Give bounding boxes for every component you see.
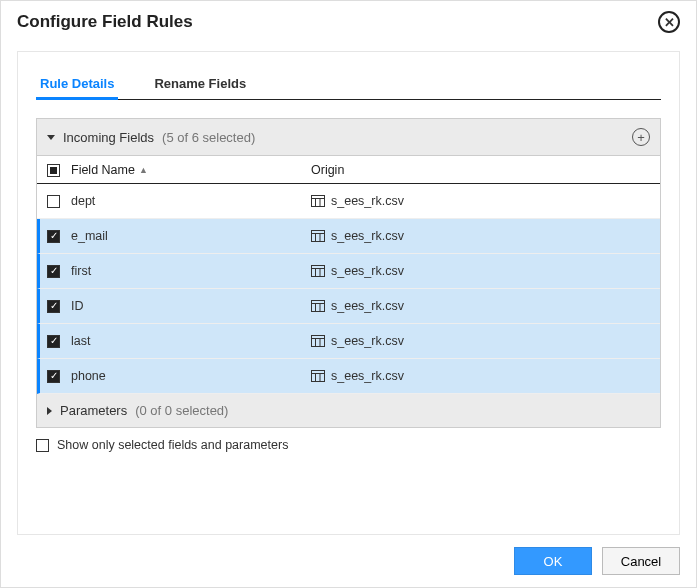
tab-rename-fields[interactable]: Rename Fields (150, 70, 250, 99)
row-checkbox-cell: ✓ (47, 265, 71, 278)
show-only-selected-label: Show only selected fields and parameters (57, 438, 288, 452)
close-icon: ✕ (664, 16, 675, 29)
field-name-cell: phone (71, 369, 311, 383)
origin-cell: s_ees_rk.csv (311, 369, 650, 383)
row-checkbox[interactable]: ✓ (47, 230, 60, 243)
table-row[interactable]: depts_ees_rk.csv (37, 184, 660, 219)
dialog-body: Rule Details Rename Fields Incoming Fiel… (1, 43, 696, 535)
origin-text: s_ees_rk.csv (331, 194, 404, 208)
row-checkbox[interactable]: ✓ (47, 265, 60, 278)
collapse-icon (47, 135, 55, 140)
dialog-header: Configure Field Rules ✕ (1, 1, 696, 43)
origin-text: s_ees_rk.csv (331, 229, 404, 243)
tab-rule-details[interactable]: Rule Details (36, 70, 118, 99)
cancel-button[interactable]: Cancel (602, 547, 680, 575)
table-icon (311, 230, 325, 242)
field-name-cell: e_mail (71, 229, 311, 243)
svg-rect-0 (312, 196, 325, 207)
origin-text: s_ees_rk.csv (331, 369, 404, 383)
add-field-rule-button[interactable]: + (632, 128, 650, 146)
incoming-fields-header[interactable]: Incoming Fields (5 of 6 selected) + (36, 118, 661, 156)
table-row[interactable]: ✓e_mails_ees_rk.csv (37, 219, 660, 254)
field-name-cell: dept (71, 194, 311, 208)
origin-text: s_ees_rk.csv (331, 299, 404, 313)
origin-text: s_ees_rk.csv (331, 334, 404, 348)
close-button[interactable]: ✕ (658, 11, 680, 33)
dialog-footer: OK Cancel (1, 535, 696, 587)
svg-rect-12 (312, 301, 325, 312)
row-checkbox[interactable] (47, 195, 60, 208)
row-checkbox-cell: ✓ (47, 300, 71, 313)
svg-rect-16 (312, 336, 325, 347)
content-panel: Rule Details Rename Fields Incoming Fiel… (17, 51, 680, 535)
plus-icon: + (637, 131, 645, 144)
svg-rect-20 (312, 371, 325, 382)
table-icon (311, 370, 325, 382)
parameters-header[interactable]: Parameters (0 of 0 selected) (36, 394, 661, 428)
origin-cell: s_ees_rk.csv (311, 194, 650, 208)
table-row[interactable]: ✓IDs_ees_rk.csv (37, 289, 660, 324)
tabs: Rule Details Rename Fields (36, 70, 661, 100)
svg-rect-4 (312, 231, 325, 242)
column-header-field-name-label: Field Name (71, 163, 135, 177)
sort-asc-icon: ▲ (139, 165, 148, 175)
show-only-selected-checkbox[interactable] (36, 439, 49, 452)
table-icon (311, 335, 325, 347)
field-name-cell: last (71, 334, 311, 348)
row-checkbox-cell: ✓ (47, 230, 71, 243)
table-icon (311, 265, 325, 277)
row-checkbox-cell: ✓ (47, 335, 71, 348)
origin-cell: s_ees_rk.csv (311, 264, 650, 278)
configure-field-rules-dialog: Configure Field Rules ✕ Rule Details Ren… (0, 0, 697, 588)
origin-cell: s_ees_rk.csv (311, 334, 650, 348)
select-all-checkbox[interactable] (47, 164, 60, 177)
row-checkbox[interactable]: ✓ (47, 335, 60, 348)
incoming-fields-title: Incoming Fields (63, 130, 154, 145)
origin-text: s_ees_rk.csv (331, 264, 404, 278)
field-name-cell: ID (71, 299, 311, 313)
parameters-title: Parameters (60, 403, 127, 418)
column-header-origin[interactable]: Origin (311, 163, 650, 177)
column-header-field-name[interactable]: Field Name ▲ (71, 163, 311, 177)
dialog-title: Configure Field Rules (17, 12, 193, 32)
field-name-cell: first (71, 264, 311, 278)
table-row[interactable]: ✓phones_ees_rk.csv (37, 359, 660, 394)
incoming-fields-count: (5 of 6 selected) (162, 130, 255, 145)
show-only-selected-row: Show only selected fields and parameters (36, 438, 661, 452)
expand-icon (47, 407, 52, 415)
parameters-count: (0 of 0 selected) (135, 403, 228, 418)
table-row[interactable]: ✓firsts_ees_rk.csv (37, 254, 660, 289)
table-icon (311, 300, 325, 312)
row-checkbox[interactable]: ✓ (47, 370, 60, 383)
fields-table: Field Name ▲ Origin depts_ees_rk.csv✓e_m… (36, 156, 661, 394)
row-checkbox-cell: ✓ (47, 370, 71, 383)
svg-rect-8 (312, 266, 325, 277)
row-checkbox[interactable]: ✓ (47, 300, 60, 313)
table-row[interactable]: ✓lasts_ees_rk.csv (37, 324, 660, 359)
table-header-row: Field Name ▲ Origin (37, 156, 660, 184)
ok-button[interactable]: OK (514, 547, 592, 575)
origin-cell: s_ees_rk.csv (311, 299, 650, 313)
row-checkbox-cell (47, 195, 71, 208)
table-icon (311, 195, 325, 207)
origin-cell: s_ees_rk.csv (311, 229, 650, 243)
select-all-cell (47, 164, 71, 177)
